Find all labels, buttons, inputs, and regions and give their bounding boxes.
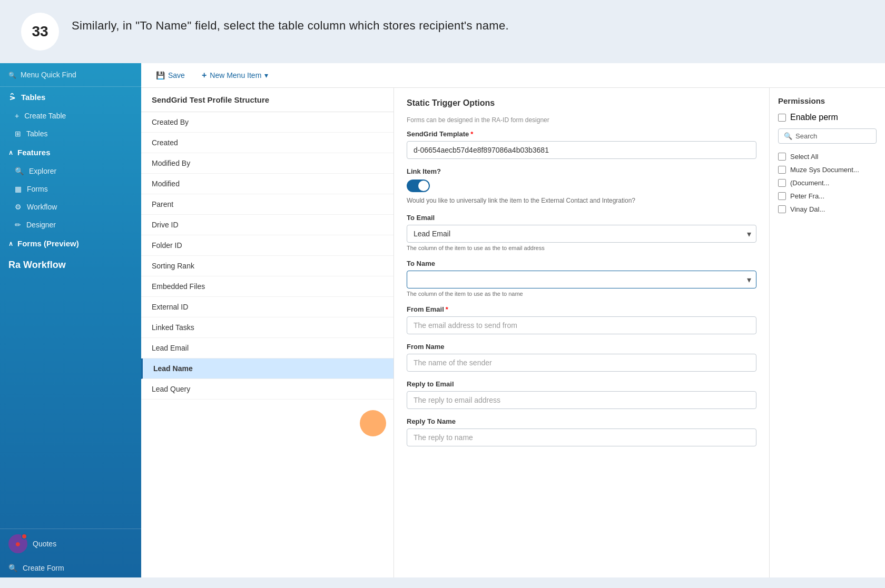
permission-option[interactable]: Vinay Dal... <box>778 203 877 216</box>
permissions-select-all[interactable]: Select All <box>778 150 877 163</box>
permission-label: Peter Fra... <box>790 192 824 200</box>
table-row[interactable]: Lead Query <box>141 379 394 400</box>
sidebar-item-create-table[interactable]: + Create Table <box>0 107 141 125</box>
quotes-label: Quotes <box>33 540 56 548</box>
table-row[interactable]: Embedded Files <box>141 276 394 297</box>
from-name-group: From Name <box>407 343 756 372</box>
sidebar-item-forms[interactable]: ▦ Forms <box>0 180 141 198</box>
enable-perm-checkbox[interactable] <box>778 114 786 122</box>
from-name-input[interactable] <box>407 354 756 372</box>
table-row[interactable]: Lead Email <box>141 338 394 358</box>
forms-label: Forms <box>27 185 48 193</box>
toggle-wrapper <box>407 180 756 192</box>
from-email-group: From Email * <box>407 305 756 334</box>
sidebar-item-workflow[interactable]: ⚙ Workflow <box>0 198 141 216</box>
enable-perm-label: Enable perm <box>790 113 838 122</box>
permission-checkbox[interactable] <box>778 205 786 213</box>
to-email-select[interactable]: Lead Email <box>407 225 756 243</box>
table-row[interactable]: Lead Name <box>141 358 394 379</box>
sidebar-search-label: Menu Quick Find <box>21 71 76 79</box>
table-row[interactable]: Folder ID <box>141 235 394 256</box>
table-row[interactable]: Created By <box>141 112 394 133</box>
sendgrid-template-group: SendGrid Template * <box>407 130 756 159</box>
table-row[interactable]: Sorting Rank <box>141 256 394 276</box>
reply-to-email-label: Reply to Email <box>407 380 756 388</box>
select-all-checkbox[interactable] <box>778 153 786 161</box>
section-separator: Forms can be designed in the RA-ID form … <box>407 116 756 124</box>
table-row[interactable]: Linked Tasks <box>141 317 394 338</box>
link-item-hint: Would you like to universally link the i… <box>407 196 756 205</box>
permissions-search-icon: 🔍 <box>784 132 792 140</box>
sidebar-section-forms-preview[interactable]: ∧ Forms (Preview) <box>0 234 141 253</box>
permission-checkbox[interactable] <box>778 192 786 200</box>
sidebar-section-tables[interactable]: ∧ Tables <box>0 87 141 107</box>
workflow-label: Workflow <box>27 203 57 211</box>
sidebar-tables-label: Tables <box>21 93 45 102</box>
save-button[interactable]: 💾 Save <box>152 69 189 82</box>
chevron-forms-preview-icon: ∧ <box>8 240 13 247</box>
sidebar: Menu Quick Find ∧ Tables + Create Table … <box>0 63 141 577</box>
chevron-down-icon: ▾ <box>264 71 268 79</box>
designer-label: Designer <box>26 221 56 229</box>
sidebar-item-tables[interactable]: ⊞ Tables <box>0 125 141 143</box>
sidebar-item-explorer[interactable]: 🔍 Explorer <box>0 162 141 180</box>
to-email-select-wrapper: Lead Email ▾ <box>407 225 756 243</box>
from-email-label: From Email * <box>407 305 756 313</box>
link-item-group: Link Item? Would you like to universally… <box>407 167 756 205</box>
sidebar-forms-preview-label: Forms (Preview) <box>17 239 79 248</box>
permission-option[interactable]: Peter Fra... <box>778 190 877 203</box>
permission-option[interactable]: Muze Sys Document... <box>778 163 877 176</box>
toolbar: 💾 Save + New Menu Item ▾ <box>141 63 885 88</box>
main-layout: Menu Quick Find ∧ Tables + Create Table … <box>0 63 885 577</box>
table-row[interactable]: External ID <box>141 297 394 317</box>
sidebar-item-create-form[interactable]: 🔍 Create Form <box>0 559 141 577</box>
link-item-toggle[interactable] <box>407 180 430 192</box>
content-area: 💾 Save + New Menu Item ▾ SendGrid Test P… <box>141 63 885 577</box>
toggle-knob <box>418 181 429 191</box>
new-menu-item-label: New Menu Item <box>210 71 261 79</box>
explorer-label: Explorer <box>29 167 56 175</box>
required-star: * <box>470 130 473 138</box>
reply-to-email-input[interactable] <box>407 391 756 409</box>
to-name-select[interactable] <box>407 271 756 288</box>
sidebar-bottom: ● Quotes 🔍 Create Form <box>0 529 141 577</box>
explorer-icon: 🔍 <box>15 167 24 175</box>
sidebar-item-quotes[interactable]: ● Quotes <box>0 529 141 559</box>
permission-checkbox[interactable] <box>778 179 786 187</box>
reply-to-name-input[interactable] <box>407 428 756 446</box>
from-email-input[interactable] <box>407 316 756 334</box>
table-row[interactable]: Parent <box>141 194 394 215</box>
create-form-icon: 🔍 <box>8 564 17 572</box>
permissions-list: Muze Sys Document...(Document...Peter Fr… <box>778 163 877 216</box>
permission-checkbox[interactable] <box>778 166 786 174</box>
sidebar-section-features[interactable]: ∧ Features <box>0 143 141 162</box>
permissions-search[interactable]: 🔍 Search <box>778 128 877 144</box>
link-item-label: Link Item? <box>407 167 756 175</box>
sendgrid-template-label: SendGrid Template * <box>407 130 756 138</box>
create-form-label: Create Form <box>23 564 64 572</box>
table-row[interactable]: Modified <box>141 174 394 194</box>
enable-perm-row: Enable perm <box>778 113 877 122</box>
sidebar-search[interactable]: Menu Quick Find <box>0 63 141 87</box>
permission-label: (Document... <box>790 179 829 187</box>
permission-option[interactable]: (Document... <box>778 176 877 190</box>
chevron-tables-icon: ∧ <box>8 93 17 101</box>
search-icon <box>8 71 16 79</box>
select-all-label: Select All <box>790 153 818 161</box>
plus-icon: + <box>15 112 19 120</box>
new-menu-item-button[interactable]: + New Menu Item ▾ <box>198 68 272 82</box>
right-panel-title: Static Trigger Options <box>407 98 756 108</box>
workflow-icon: ⚙ <box>15 203 22 211</box>
avatar-indicator <box>21 533 27 540</box>
table-row[interactable]: Modified By <box>141 153 394 174</box>
table-row[interactable]: Created <box>141 133 394 153</box>
from-name-label: From Name <box>407 343 756 351</box>
table-row[interactable]: Drive ID <box>141 215 394 235</box>
to-email-hint: The column of the item to use as the to … <box>407 245 756 251</box>
sendgrid-template-input[interactable] <box>407 141 756 159</box>
panels: SendGrid Test Profile Structure Created … <box>141 88 885 577</box>
save-label: Save <box>168 71 185 79</box>
sidebar-item-designer[interactable]: ✏ Designer <box>0 216 141 234</box>
permission-label: Muze Sys Document... <box>790 166 859 174</box>
permissions-search-label: Search <box>795 132 817 140</box>
